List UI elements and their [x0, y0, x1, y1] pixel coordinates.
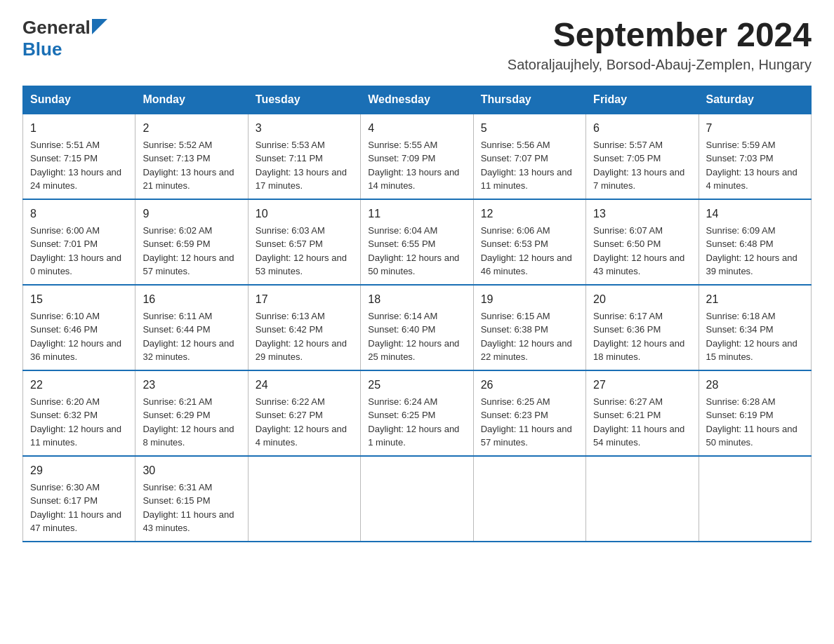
day-info: Sunrise: 6:30 AMSunset: 6:17 PMDaylight:…: [30, 481, 128, 535]
calendar-table: Sunday Monday Tuesday Wednesday Thursday…: [22, 86, 812, 542]
weekday-header-row: Sunday Monday Tuesday Wednesday Thursday…: [23, 86, 812, 114]
table-row: 15Sunrise: 6:10 AMSunset: 6:46 PMDayligh…: [23, 285, 135, 370]
table-row: 24Sunrise: 6:22 AMSunset: 6:27 PMDayligh…: [248, 370, 360, 456]
day-info: Sunrise: 5:55 AMSunset: 7:09 PMDaylight:…: [368, 138, 465, 193]
table-row: 9Sunrise: 6:02 AMSunset: 6:59 PMDaylight…: [135, 199, 248, 285]
calendar-week-row: 29Sunrise: 6:30 AMSunset: 6:17 PMDayligh…: [23, 456, 812, 542]
header-tuesday: Tuesday: [248, 86, 360, 114]
day-info: Sunrise: 6:31 AMSunset: 6:15 PMDaylight:…: [143, 481, 240, 535]
day-number: 26: [481, 377, 578, 394]
table-row: [248, 456, 360, 542]
day-number: 19: [481, 291, 578, 308]
day-info: Sunrise: 6:18 AMSunset: 6:34 PMDaylight:…: [706, 309, 804, 364]
calendar-week-row: 22Sunrise: 6:20 AMSunset: 6:32 PMDayligh…: [23, 370, 812, 456]
day-number: 9: [143, 206, 240, 222]
day-info: Sunrise: 6:04 AMSunset: 6:55 PMDaylight:…: [368, 224, 465, 279]
day-info: Sunrise: 6:11 AMSunset: 6:44 PMDaylight:…: [143, 309, 240, 364]
day-number: 4: [368, 120, 465, 137]
day-info: Sunrise: 6:24 AMSunset: 6:25 PMDaylight:…: [368, 395, 465, 450]
day-info: Sunrise: 6:14 AMSunset: 6:40 PMDaylight:…: [368, 309, 465, 364]
day-number: 7: [706, 120, 804, 137]
table-row: 18Sunrise: 6:14 AMSunset: 6:40 PMDayligh…: [361, 285, 473, 370]
header-wednesday: Wednesday: [361, 86, 473, 114]
svg-marker-0: [92, 19, 107, 34]
calendar-week-row: 15Sunrise: 6:10 AMSunset: 6:46 PMDayligh…: [23, 285, 812, 370]
day-number: 22: [30, 377, 128, 394]
table-row: 21Sunrise: 6:18 AMSunset: 6:34 PMDayligh…: [699, 285, 811, 370]
day-info: Sunrise: 5:56 AMSunset: 7:07 PMDaylight:…: [481, 138, 578, 193]
table-row: 20Sunrise: 6:17 AMSunset: 6:36 PMDayligh…: [586, 285, 699, 370]
day-info: Sunrise: 6:00 AMSunset: 7:01 PMDaylight:…: [30, 224, 128, 279]
table-row: 14Sunrise: 6:09 AMSunset: 6:48 PMDayligh…: [699, 199, 811, 285]
table-row: 28Sunrise: 6:28 AMSunset: 6:19 PMDayligh…: [699, 370, 811, 456]
day-info: Sunrise: 6:15 AMSunset: 6:38 PMDaylight:…: [481, 309, 578, 364]
header-saturday: Saturday: [699, 86, 811, 114]
day-info: Sunrise: 6:27 AMSunset: 6:21 PMDaylight:…: [593, 395, 691, 450]
day-info: Sunrise: 5:51 AMSunset: 7:15 PMDaylight:…: [30, 138, 128, 193]
logo-general-text: General: [22, 17, 91, 39]
day-info: Sunrise: 6:21 AMSunset: 6:29 PMDaylight:…: [143, 395, 240, 450]
logo-blue-text: Blue: [22, 39, 62, 60]
month-title: September 2024: [508, 17, 812, 54]
day-info: Sunrise: 6:06 AMSunset: 6:53 PMDaylight:…: [481, 224, 578, 279]
table-row: [473, 456, 585, 542]
header-thursday: Thursday: [473, 86, 585, 114]
location-subtitle: Satoraljaujhely, Borsod-Abauj-Zemplen, H…: [508, 57, 812, 73]
day-number: 2: [143, 120, 240, 137]
calendar-week-row: 8Sunrise: 6:00 AMSunset: 7:01 PMDaylight…: [23, 199, 812, 285]
table-row: 6Sunrise: 5:57 AMSunset: 7:05 PMDaylight…: [586, 114, 699, 199]
page-header: General Blue September 2024 Satoraljaujh…: [22, 17, 812, 73]
table-row: 17Sunrise: 6:13 AMSunset: 6:42 PMDayligh…: [248, 285, 360, 370]
day-info: Sunrise: 6:09 AMSunset: 6:48 PMDaylight:…: [706, 224, 804, 279]
day-info: Sunrise: 5:52 AMSunset: 7:13 PMDaylight:…: [143, 138, 240, 193]
day-info: Sunrise: 6:17 AMSunset: 6:36 PMDaylight:…: [593, 309, 691, 364]
table-row: 3Sunrise: 5:53 AMSunset: 7:11 PMDaylight…: [248, 114, 360, 199]
day-info: Sunrise: 6:03 AMSunset: 6:57 PMDaylight:…: [256, 224, 353, 279]
table-row: [699, 456, 811, 542]
day-number: 17: [256, 291, 353, 308]
table-row: 4Sunrise: 5:55 AMSunset: 7:09 PMDaylight…: [361, 114, 473, 199]
day-number: 6: [593, 120, 691, 137]
table-row: 26Sunrise: 6:25 AMSunset: 6:23 PMDayligh…: [473, 370, 585, 456]
table-row: [586, 456, 699, 542]
day-number: 1: [30, 120, 128, 137]
header-monday: Monday: [135, 86, 248, 114]
day-number: 14: [706, 206, 804, 222]
table-row: 10Sunrise: 6:03 AMSunset: 6:57 PMDayligh…: [248, 199, 360, 285]
title-area: September 2024 Satoraljaujhely, Borsod-A…: [508, 17, 812, 73]
header-sunday: Sunday: [23, 86, 135, 114]
day-info: Sunrise: 5:53 AMSunset: 7:11 PMDaylight:…: [256, 138, 353, 193]
table-row: 30Sunrise: 6:31 AMSunset: 6:15 PMDayligh…: [135, 456, 248, 542]
table-row: 22Sunrise: 6:20 AMSunset: 6:32 PMDayligh…: [23, 370, 135, 456]
table-row: 2Sunrise: 5:52 AMSunset: 7:13 PMDaylight…: [135, 114, 248, 199]
day-number: 10: [256, 206, 353, 222]
logo-triangle-icon: [92, 19, 107, 34]
day-number: 27: [593, 377, 691, 394]
day-number: 12: [481, 206, 578, 222]
table-row: 5Sunrise: 5:56 AMSunset: 7:07 PMDaylight…: [473, 114, 585, 199]
day-info: Sunrise: 6:28 AMSunset: 6:19 PMDaylight:…: [706, 395, 804, 450]
table-row: 13Sunrise: 6:07 AMSunset: 6:50 PMDayligh…: [586, 199, 699, 285]
day-number: 16: [143, 291, 240, 308]
day-number: 5: [481, 120, 578, 137]
day-number: 28: [706, 377, 804, 394]
day-number: 30: [143, 462, 240, 479]
table-row: 16Sunrise: 6:11 AMSunset: 6:44 PMDayligh…: [135, 285, 248, 370]
day-info: Sunrise: 5:59 AMSunset: 7:03 PMDaylight:…: [706, 138, 804, 193]
day-info: Sunrise: 6:25 AMSunset: 6:23 PMDaylight:…: [481, 395, 578, 450]
day-number: 3: [256, 120, 353, 137]
day-number: 23: [143, 377, 240, 394]
day-number: 29: [30, 462, 128, 479]
header-friday: Friday: [586, 86, 699, 114]
day-number: 21: [706, 291, 804, 308]
day-number: 24: [256, 377, 353, 394]
table-row: 11Sunrise: 6:04 AMSunset: 6:55 PMDayligh…: [361, 199, 473, 285]
calendar-week-row: 1Sunrise: 5:51 AMSunset: 7:15 PMDaylight…: [23, 114, 812, 199]
day-number: 18: [368, 291, 465, 308]
logo: General Blue: [22, 17, 107, 60]
day-number: 11: [368, 206, 465, 222]
day-number: 13: [593, 206, 691, 222]
day-number: 25: [368, 377, 465, 394]
day-info: Sunrise: 6:02 AMSunset: 6:59 PMDaylight:…: [143, 224, 240, 279]
table-row: 23Sunrise: 6:21 AMSunset: 6:29 PMDayligh…: [135, 370, 248, 456]
